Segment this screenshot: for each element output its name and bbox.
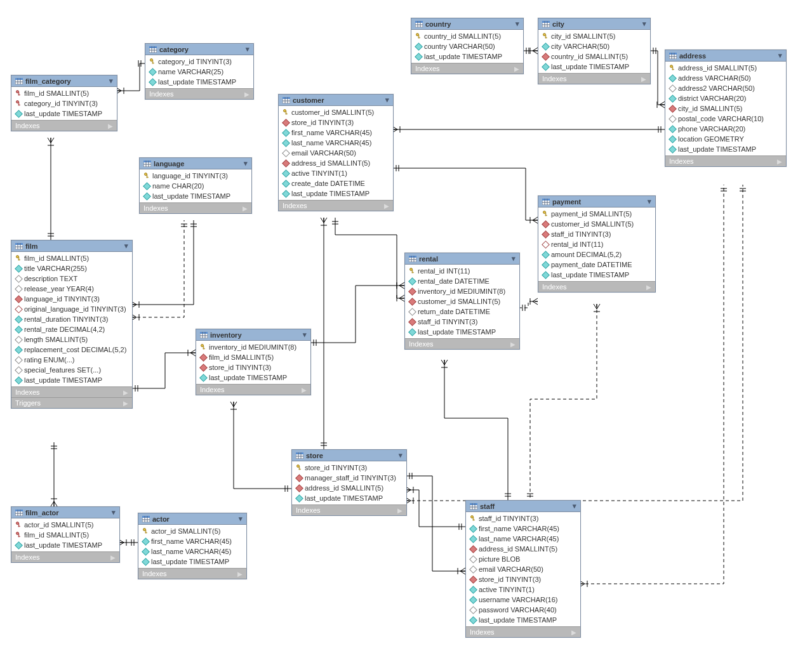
column-row[interactable]: staff_id TINYINT(3): [541, 229, 653, 239]
column-row[interactable]: manager_staff_id TINYINT(3): [295, 473, 404, 483]
column-row[interactable]: film_id SMALLINT(5): [14, 253, 130, 263]
column-row[interactable]: film_id SMALLINT(5): [14, 88, 114, 98]
column-row[interactable]: phone VARCHAR(20): [668, 124, 783, 134]
column-row[interactable]: release_year YEAR(4): [14, 284, 130, 294]
column-row[interactable]: store_id TINYINT(3): [281, 117, 390, 128]
column-row[interactable]: picture BLOB: [469, 554, 578, 564]
column-row[interactable]: last_update TIMESTAMP: [148, 77, 251, 87]
collapse-icon[interactable]: ▾: [303, 331, 307, 339]
entity-titlebar[interactable]: language▾: [140, 158, 251, 169]
column-row[interactable]: length SMALLINT(5): [14, 334, 130, 345]
column-row[interactable]: last_update TIMESTAMP: [408, 327, 517, 337]
entity-titlebar[interactable]: inventory▾: [196, 329, 310, 341]
entity-film_actor[interactable]: film_actor▾actor_id SMALLINT(5)film_id S…: [11, 506, 120, 563]
column-row[interactable]: city_id SMALLINT(5): [541, 31, 648, 41]
column-row[interactable]: replacement_cost DECIMAL(5,2): [14, 345, 130, 355]
expand-icon[interactable]: ▶: [123, 389, 128, 396]
column-row[interactable]: actor_id SMALLINT(5): [141, 526, 244, 536]
column-row[interactable]: address VARCHAR(50): [668, 73, 783, 83]
indexes-section[interactable]: Indexes▶: [538, 281, 655, 292]
expand-icon[interactable]: ▶: [571, 629, 576, 636]
column-row[interactable]: return_date DATETIME: [408, 306, 517, 317]
entity-category[interactable]: category▾category_id TINYINT(3)name VARC…: [145, 43, 254, 100]
indexes-section[interactable]: Indexes▶: [411, 63, 523, 74]
column-row[interactable]: category_id TINYINT(3): [14, 98, 114, 109]
column-row[interactable]: language_id TINYINT(3): [142, 171, 249, 181]
column-row[interactable]: payment_id SMALLINT(5): [541, 209, 653, 219]
entity-actor[interactable]: actor▾actor_id SMALLINT(5)first_name VAR…: [138, 513, 247, 579]
column-row[interactable]: first_name VARCHAR(45): [469, 524, 578, 534]
entity-titlebar[interactable]: country▾: [411, 18, 523, 30]
column-row[interactable]: postal_code VARCHAR(10): [668, 114, 783, 124]
column-row[interactable]: inventory_id MEDIUMINT(8): [408, 286, 517, 296]
column-row[interactable]: last_update TIMESTAMP: [14, 375, 130, 385]
column-row[interactable]: store_id TINYINT(3): [199, 362, 308, 372]
column-row[interactable]: district VARCHAR(20): [668, 93, 783, 103]
entity-payment[interactable]: payment▾payment_id SMALLINT(5)customer_i…: [538, 195, 656, 293]
column-row[interactable]: film_id SMALLINT(5): [199, 352, 308, 362]
entity-titlebar[interactable]: payment▾: [538, 196, 655, 208]
entity-customer[interactable]: customer▾customer_id SMALLINT(5)store_id…: [278, 94, 394, 211]
entity-country[interactable]: country▾country_id SMALLINT(5)country VA…: [411, 18, 524, 74]
expand-icon[interactable]: ▶: [108, 122, 113, 129]
column-row[interactable]: rental_date DATETIME: [408, 276, 517, 286]
column-row[interactable]: address_id SMALLINT(5): [469, 544, 578, 554]
expand-icon[interactable]: ▶: [123, 400, 128, 407]
column-row[interactable]: last_name VARCHAR(45): [281, 138, 390, 148]
collapse-icon[interactable]: ▾: [112, 508, 116, 517]
indexes-section[interactable]: Indexes▶: [140, 202, 251, 213]
entity-titlebar[interactable]: store▾: [292, 450, 406, 461]
column-row[interactable]: city_id SMALLINT(5): [668, 103, 783, 114]
entity-inventory[interactable]: inventory▾inventory_id MEDIUMINT(8)film_…: [196, 329, 311, 395]
collapse-icon[interactable]: ▾: [573, 502, 576, 510]
column-row[interactable]: rental_id INT(11): [541, 239, 653, 249]
column-row[interactable]: country VARCHAR(50): [414, 41, 521, 51]
collapse-icon[interactable]: ▾: [516, 20, 519, 28]
entity-titlebar[interactable]: address▾: [665, 50, 786, 62]
indexes-section[interactable]: Indexes▶: [665, 155, 786, 166]
column-row[interactable]: location GEOMETRY: [668, 134, 783, 144]
expand-icon[interactable]: ▶: [243, 205, 248, 212]
entity-titlebar[interactable]: film_category▾: [11, 76, 117, 87]
column-row[interactable]: rating ENUM(...): [14, 355, 130, 365]
indexes-section[interactable]: Indexes▶: [196, 384, 310, 395]
collapse-icon[interactable]: ▾: [399, 451, 403, 459]
column-row[interactable]: name VARCHAR(25): [148, 67, 251, 77]
column-row[interactable]: inventory_id MEDIUMINT(8): [199, 342, 308, 352]
triggers-section[interactable]: Triggers▶: [11, 397, 132, 408]
column-row[interactable]: rental_duration TINYINT(3): [14, 314, 130, 324]
collapse-icon[interactable]: ▾: [109, 77, 113, 85]
column-row[interactable]: last_update TIMESTAMP: [414, 51, 521, 62]
expand-icon[interactable]: ▶: [514, 65, 519, 72]
entity-address[interactable]: address▾address_id SMALLINT(5)address VA…: [665, 49, 787, 167]
column-row[interactable]: staff_id TINYINT(3): [408, 317, 517, 327]
column-row[interactable]: address2 VARCHAR(50): [668, 83, 783, 93]
column-row[interactable]: active TINYINT(1): [281, 168, 390, 178]
expand-icon[interactable]: ▶: [302, 386, 307, 393]
column-row[interactable]: last_update TIMESTAMP: [141, 557, 244, 567]
column-row[interactable]: country_id SMALLINT(5): [541, 51, 648, 62]
entity-titlebar[interactable]: staff▾: [466, 501, 580, 512]
entity-rental[interactable]: rental▾rental_id INT(11)rental_date DATE…: [404, 253, 520, 350]
entity-titlebar[interactable]: film_actor▾: [11, 507, 119, 518]
column-row[interactable]: first_name VARCHAR(45): [141, 536, 244, 546]
collapse-icon[interactable]: ▾: [648, 197, 651, 206]
expand-icon[interactable]: ▶: [510, 341, 516, 348]
column-row[interactable]: email VARCHAR(50): [281, 148, 390, 158]
column-row[interactable]: country_id SMALLINT(5): [414, 31, 521, 41]
column-row[interactable]: film_id SMALLINT(5): [14, 530, 117, 540]
indexes-section[interactable]: Indexes▶: [279, 200, 393, 211]
column-row[interactable]: address_id SMALLINT(5): [668, 63, 783, 73]
column-row[interactable]: special_features SET(...): [14, 365, 130, 375]
column-row[interactable]: last_name VARCHAR(45): [141, 546, 244, 557]
expand-icon[interactable]: ▶: [777, 158, 782, 165]
column-row[interactable]: last_update TIMESTAMP: [541, 270, 653, 280]
collapse-icon[interactable]: ▾: [124, 242, 128, 250]
entity-film_category[interactable]: film_category▾film_id SMALLINT(5)categor…: [11, 75, 117, 131]
entity-titlebar[interactable]: film▾: [11, 240, 132, 252]
column-row[interactable]: title VARCHAR(255): [14, 263, 130, 273]
column-row[interactable]: email VARCHAR(50): [469, 564, 578, 574]
column-row[interactable]: customer_id SMALLINT(5): [281, 107, 390, 117]
column-row[interactable]: create_date DATETIME: [281, 178, 390, 188]
column-row[interactable]: name CHAR(20): [142, 181, 249, 191]
